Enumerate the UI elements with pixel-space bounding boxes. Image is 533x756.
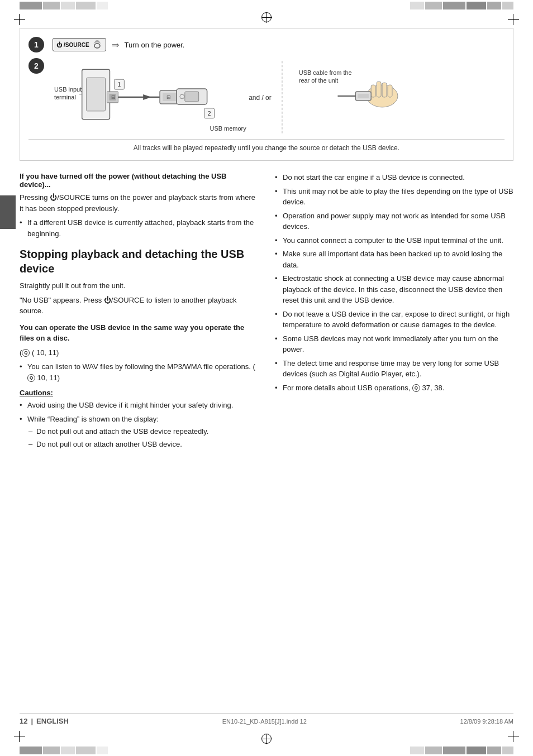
step1-instruction: Turn on the power. [125,41,185,49]
svg-rect-24 [382,83,387,97]
dash-no-other-usb: Do not pull out or attach another USB de… [27,439,258,450]
svg-marker-9 [143,94,151,100]
reg-mark-tl [14,14,25,25]
svg-text:⊟: ⊟ [166,94,171,100]
svg-rect-22 [371,85,375,97]
svg-text:2: 2 [208,110,211,117]
svg-rect-25 [388,85,392,97]
bullet-not-immediately: Some USB devices may not work immediatel… [275,333,513,355]
footer-date-info: 12/8/09 9:28:18 AM [460,718,513,725]
usb-diagram-svg: ⊟ 1 ⊟ [49,58,505,136]
big-heading-stopping: Stopping playback and detaching the USB … [20,247,258,276]
page-content: 1 ⏻/SOURCE ⇒ Turn on the power. 2 [20,28,513,728]
ref-pages-text: ( 10, 11) [32,348,59,357]
footer-page-number: 12 | ENGLISH [20,717,69,725]
svg-text:⊟: ⊟ [111,94,116,100]
reg-mark-bl [14,731,25,742]
diagram-box: 1 ⏻/SOURCE ⇒ Turn on the power. 2 [20,28,513,161]
caution-safety: Avoid using the USB device if it might h… [20,400,258,411]
step1-circle: 1 [28,37,44,52]
compass-bottom [261,734,272,744]
bullet-list-left-top: If a different USB device is currently a… [20,217,258,239]
svg-text:USB memory: USB memory [210,125,247,132]
dash-no-pull-attach: Do not pull out and attach the USB devic… [27,426,258,437]
bullet-backup-data: Make sure all important data has been ba… [275,248,513,270]
caution-reading: While “Reading” is shown on the display:… [20,414,258,450]
ref-icon-2: Q [27,374,35,382]
svg-text:USB cable from the: USB cable from the [299,69,352,76]
step1-arrow: ⇒ [112,40,119,50]
bullet-electrostatic: Electrostatic shock at connecting a USB … [275,273,513,306]
svg-text:USB input: USB input [54,86,82,93]
ref-icon-1: Q [22,349,30,357]
step2-row: 2 ⊟ 1 [28,58,505,136]
reg-mark-br [508,731,519,742]
bullet-list-wav: You can listen to WAV files by following… [20,361,258,383]
dash-list-reading: Do not pull out and attach the USB devic… [27,426,258,449]
step1-row: 1 ⏻/SOURCE ⇒ Turn on the power. [28,37,505,52]
bullet-more-details: For more details about USB operations, Q… [275,382,513,394]
bullet-operation-supply: Operation and power supply may not work … [275,210,513,232]
ref-icon-3: Q [412,384,420,392]
source-button: ⏻/SOURCE [53,38,106,51]
page-footer: 12 | ENGLISH EN10-21_KD-A815[J]1.indd 12… [20,713,513,725]
svg-point-0 [94,44,100,48]
para-pull-out: Straightly pull it out from the unit. [20,280,258,291]
para-no-usb: "No USB" appears. Press ⏻/SOURCE to list… [20,295,258,317]
two-col-section: If you have turned off the power (withou… [20,172,513,452]
svg-rect-23 [377,82,381,97]
svg-text:and / or: and / or [249,94,272,102]
reg-mark-tr [508,14,519,25]
svg-text:1: 1 [117,81,121,88]
sidebar-band [0,195,16,229]
col-right: Do not start the car engine if a USB dev… [275,172,513,452]
section-heading-poweroff: If you have turned off the power (withou… [20,172,258,189]
bullet-detect-time: The detect time and response time may be… [275,358,513,380]
svg-rect-2 [87,78,106,111]
footer-file-info: EN10-21_KD-A815[J]1.indd 12 [222,718,307,725]
svg-rect-14 [185,92,199,102]
bullet-no-computer: You cannot connect a computer to the USB… [275,235,513,246]
svg-text:rear of the unit: rear of the unit [299,77,339,84]
svg-text:terminal: terminal [54,94,76,101]
bullet-list-right: Do not start the car engine if a USB dev… [275,172,513,393]
diagram-caption: All tracks will be played repeatedly unt… [28,139,505,152]
svg-rect-27 [358,94,369,98]
sub-heading-operate: You can operate the USB device in the sa… [20,322,258,344]
step2-circle: 2 [28,58,44,74]
bullet-different-usb: If a different USB device is currently a… [20,217,258,239]
bullet-car-engine: Do not start the car engine if a USB dev… [275,172,513,183]
bullet-wav: You can listen to WAV files by following… [20,361,258,383]
compass-top [261,12,272,22]
ref-pages: (Q ( 10, 11) [20,347,258,358]
para-pressing: Pressing ⏻/SOURCE turns on the power and… [20,192,258,214]
cautions-list: Avoid using the USB device if it might h… [20,400,258,449]
bullet-no-direct-sun: Do not leave a USB device in the car, ex… [275,309,513,331]
col-left: If you have turned off the power (withou… [20,172,258,452]
bullet-play-files: This unit may not be able to play the fi… [275,186,513,208]
cautions-heading: Cautions: [20,389,258,397]
